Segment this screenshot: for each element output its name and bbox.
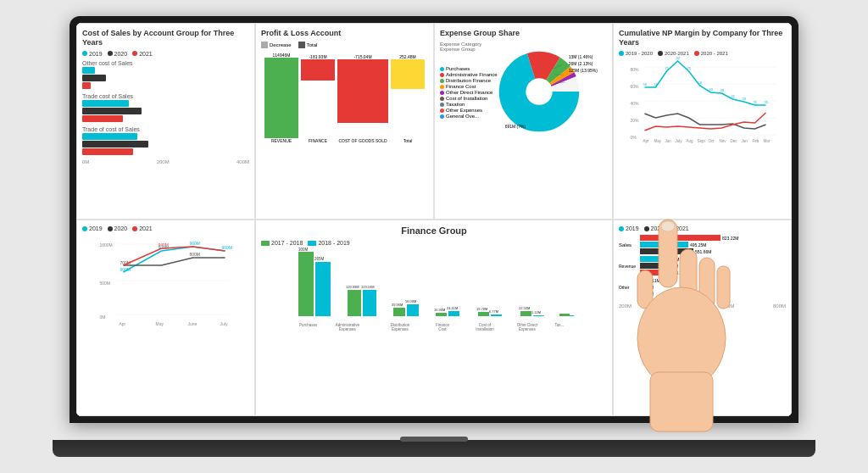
- svg-text:Jun: Jun: [665, 139, 672, 143]
- svg-rect-65: [348, 290, 361, 316]
- svg-text:19.78M: 19.78M: [476, 307, 487, 311]
- svg-rect-71: [393, 308, 405, 316]
- legend-2019: 2019: [82, 51, 103, 57]
- cost-of-sales-chart: Other cost of Sales Trade cost of Sales …: [82, 60, 249, 155]
- svg-text:May: May: [156, 321, 164, 326]
- line-chart-panel: 2019 2020 2021 0M 500M 1000M: [76, 220, 255, 416]
- svg-text:48: 48: [721, 88, 725, 92]
- cost-of-sales-legend: 2019 2020 2021: [82, 51, 249, 57]
- svg-text:39.96M: 39.96M: [392, 303, 403, 307]
- svg-text:June: June: [188, 321, 198, 326]
- svg-rect-61: [315, 262, 331, 316]
- pie-container: Purchases Administrative Finance Distrib…: [440, 53, 607, 133]
- svg-rect-60: [298, 252, 314, 316]
- bar-group-trade: Trade cost of Sales: [82, 93, 249, 122]
- svg-text:July: July: [220, 321, 228, 326]
- finance-group-svg: 300M 265M Purchases 129.99M 129.16M Admi…: [261, 248, 607, 333]
- svg-text:800M: 800M: [190, 252, 201, 257]
- sales-row: Sales 823.22M 495.25M: [619, 235, 786, 254]
- svg-text:39: 39: [743, 97, 747, 101]
- svg-rect-84: [491, 314, 502, 316]
- svg-text:75: 75: [687, 66, 692, 70]
- line-legend: 2019 2020 2021: [82, 225, 249, 231]
- hbar-chart: Sales 823.22M 495.25M: [619, 235, 786, 297]
- waterfall-chart: 114946M REVENUE -181.93M FINANCE -715.04…: [261, 50, 428, 143]
- svg-text:58.09M: 58.09M: [405, 299, 416, 303]
- svg-text:Oct: Oct: [709, 139, 715, 143]
- profit-loss-panel: Profit & Loss Account Decrease Total 114…: [255, 23, 434, 220]
- cost-of-sales-title: Cost of Sales by Account Group for Three…: [82, 29, 249, 47]
- svg-text:35: 35: [754, 100, 758, 104]
- bar-group-trade-of: Trade of cost of Sales: [82, 126, 249, 155]
- svg-text:Apr: Apr: [643, 139, 650, 143]
- hbar-legend: 2019 2020 2021: [619, 225, 786, 231]
- svg-text:56: 56: [654, 82, 659, 86]
- svg-text:80%: 80%: [631, 67, 640, 72]
- cost-of-sales-xaxis: 0M 200M 400M: [82, 159, 249, 164]
- finance-group-title: Finance Group: [261, 225, 607, 236]
- expense-subtitle: Expense CategoryExpense Group: [440, 42, 607, 52]
- svg-text:940M: 940M: [159, 242, 170, 248]
- svg-text:Apr: Apr: [120, 321, 126, 326]
- svg-text:75: 75: [665, 66, 670, 70]
- laptop-base: [53, 440, 815, 457]
- revenue-bar-group: 114946M REVENUE: [264, 50, 298, 143]
- profit-loss-title: Profit & Loss Account: [261, 29, 428, 38]
- svg-text:6.77M: 6.77M: [489, 309, 498, 314]
- pie-legend: Purchases Administrative Finance Distrib…: [440, 66, 498, 120]
- line-chart-svg: 0M 500M 1000M 600M 900M 960M 900M: [82, 234, 249, 327]
- finance-group-panel: Finance Group 2017 - 2018 2018 - 2019: [255, 220, 613, 416]
- finance-legend: 2017 - 2018 2018 - 2019: [261, 240, 607, 246]
- expense-group-title: Expense Group Share: [440, 29, 607, 38]
- legend-dot-2019: [82, 51, 87, 56]
- decrease-total-legend: Decrease Total: [261, 42, 428, 48]
- svg-text:20%: 20%: [631, 118, 640, 123]
- total-bar-group: 252.48M Total: [391, 50, 425, 143]
- svg-text:35: 35: [765, 100, 769, 104]
- laptop-container: Cost of Sales by Account Group for Three…: [53, 16, 815, 457]
- revenue-bar: [264, 58, 298, 138]
- svg-text:1.12M: 1.12M: [531, 310, 541, 314]
- svg-text:40%: 40%: [631, 101, 640, 106]
- svg-text:Aug: Aug: [687, 139, 694, 143]
- cogs-bar-group: -715.04M COST OF GOODS SOLD: [337, 50, 388, 143]
- legend-2021: 2021: [132, 51, 153, 57]
- svg-rect-72: [407, 304, 419, 316]
- legend-dot-2020: [108, 51, 113, 56]
- svg-text:Expenses: Expenses: [392, 327, 409, 331]
- svg-text:Purchases: Purchases: [299, 323, 318, 327]
- series-1-line: [645, 61, 766, 105]
- svg-rect-78: [448, 311, 459, 316]
- svg-text:Jan: Jan: [742, 139, 748, 143]
- cogs-bar: [337, 59, 388, 123]
- expense-group-panel: Expense Group Share Expense CategoryExpe…: [434, 23, 613, 220]
- svg-text:960M: 960M: [190, 241, 201, 246]
- svg-text:92: 92: [676, 56, 681, 60]
- svg-rect-95: [559, 314, 570, 316]
- svg-text:Tax...: Tax...: [555, 323, 565, 327]
- svg-text:0%: 0%: [631, 135, 637, 140]
- svg-text:Cost: Cost: [438, 327, 447, 331]
- svg-text:Sept: Sept: [698, 139, 706, 143]
- screen: Cost of Sales by Account Group for Three…: [76, 23, 792, 416]
- svg-text:July: July: [676, 139, 683, 143]
- svg-text:58: 58: [698, 81, 703, 85]
- finance-bar-group: -181.93M FINANCE: [301, 50, 335, 143]
- laptop-notch: [400, 437, 468, 442]
- svg-text:265M: 265M: [314, 257, 325, 261]
- svg-text:56: 56: [643, 82, 648, 86]
- svg-text:129.16M: 129.16M: [361, 285, 375, 289]
- svg-text:Expenses: Expenses: [339, 327, 357, 331]
- svg-rect-77: [436, 313, 447, 316]
- cumulative-legend: 2019 - 2020 2020-2021 2020 - 2021: [619, 51, 786, 56]
- total-bar: [391, 59, 425, 89]
- svg-text:129.99M: 129.99M: [346, 285, 359, 289]
- svg-rect-89: [520, 311, 531, 316]
- svg-text:500M: 500M: [100, 281, 111, 286]
- cumulative-np-panel: Cumulative NP Margin by Company for Thre…: [613, 23, 792, 220]
- finance-bar: [301, 59, 335, 81]
- bar-group-other: Other cost of Sales: [82, 60, 249, 89]
- legend-dot-2021: [132, 51, 137, 56]
- svg-rect-83: [478, 312, 489, 316]
- svg-text:60%: 60%: [631, 84, 640, 89]
